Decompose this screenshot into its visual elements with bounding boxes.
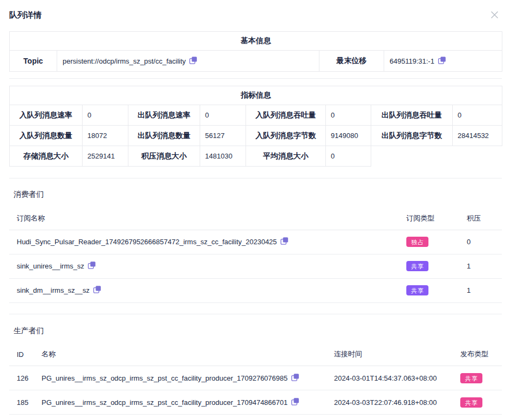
column-header-subscription-type: 订阅类型 (402, 207, 462, 230)
producer-name: PG_unires__irms_sz_odcp_irms_sz_pst_cc_f… (42, 374, 288, 382)
table-row: 185 PG_unires__irms_sz_odcp_irms_sz_pst_… (9, 390, 502, 415)
copy-icon[interactable] (189, 56, 197, 66)
metric-label: 积压消息大小 (128, 146, 200, 167)
metric-value: 18072 (83, 126, 128, 146)
table-row: Topic persistent://odcp/irms_sz_pst/cc_f… (10, 51, 502, 72)
status-badge: 共享 (406, 261, 428, 271)
metric-label: 出队列消息字节数 (371, 126, 453, 146)
basic-info-table: 基本信息 Topic persistent://odcp/irms_sz_pst… (9, 31, 502, 72)
copy-icon[interactable] (438, 56, 446, 66)
metric-value: 0 (83, 105, 128, 126)
copy-icon[interactable] (291, 373, 299, 383)
metric-label: 入队列消息速率 (10, 105, 83, 126)
producer-name: PG_unires__irms_sz_odcp_irms_sz_pst_cc_f… (42, 398, 288, 407)
connect-time: 2024-03-01T14:54:37.063+08:00 (329, 366, 456, 390)
metric-value: 0 (453, 105, 502, 126)
topic-value: persistent://odcp/irms_sz_pst/cc_facilit… (63, 57, 186, 65)
column-header-name: 名称 (35, 343, 329, 366)
metrics-header: 指标信息 (10, 86, 502, 105)
table-row: sink_unires__irms_sz 共享 1 (9, 254, 502, 278)
subscription-name: Hudi_Sync_Pulsar_Reader_1749267952666857… (17, 238, 277, 246)
table-row: Hudi_Sync_Pulsar_Reader_1749267952666857… (9, 230, 502, 254)
column-header-connect-time: 连接时间 (329, 343, 456, 366)
copy-icon[interactable] (291, 397, 299, 408)
metric-label: 出队列消息吞吐量 (371, 105, 453, 126)
divider (9, 314, 502, 314)
empty-cell (371, 146, 502, 167)
column-header-subscription-name: 订阅名称 (9, 207, 402, 230)
metric-value: 0 (200, 105, 246, 126)
status-badge: 共享 (460, 397, 482, 408)
metrics-table: 指标信息 入队列消息速率 0 出队列消息速率 0 入队列消息吞吐量 0 出队列消… (9, 86, 502, 167)
close-icon[interactable] (489, 9, 500, 20)
queue-detail-modal: 队列详情 基本信息 Topic persistent://odcp/irms_s… (0, 0, 511, 415)
metric-label: 入队列消息字节数 (246, 126, 326, 146)
status-badge: 共享 (460, 373, 482, 383)
metric-value: 1481030 (200, 146, 246, 167)
page-title: 队列详情 (9, 11, 502, 19)
copy-icon[interactable] (87, 261, 96, 271)
backlog-value: 1 (462, 254, 502, 278)
producer-id: 126 (9, 366, 35, 390)
subscription-name: sink_unires__irms_sz (17, 262, 84, 270)
column-header-publish-type: 发布类型 (456, 343, 502, 366)
last-offset-value: 6495119:31:-1 (390, 57, 434, 65)
metric-label: 平均消息大小 (246, 146, 326, 167)
topic-label: Topic (10, 51, 57, 72)
producers-table: ID 名称 连接时间 发布类型 126 PG_unires__irms_sz_o… (9, 343, 502, 415)
producer-id: 185 (9, 390, 35, 415)
status-badge: 独占 (406, 237, 428, 247)
copy-icon[interactable] (93, 285, 101, 295)
table-row: sink_dm__irms_sz__sz 共享 1 (9, 278, 502, 302)
metric-label: 出队列消息速率 (128, 105, 200, 126)
backlog-value: 0 (462, 230, 502, 254)
metric-label: 入队列消息数量 (10, 126, 83, 146)
subscription-name: sink_dm__irms_sz__sz (17, 286, 90, 294)
metric-value: 0 (326, 146, 371, 167)
last-offset-label: 最末位移 (319, 51, 384, 72)
copy-icon[interactable] (280, 237, 289, 247)
metric-value: 2529141 (83, 146, 128, 167)
table-row: 存储消息大小 2529141 积压消息大小 1481030 平均消息大小 0 (10, 146, 502, 167)
metric-label: 入队列消息吞吐量 (246, 105, 326, 126)
connect-time: 2024-03-03T22:07:46.918+08:00 (329, 390, 456, 415)
divider (9, 78, 502, 79)
basic-info-header: 基本信息 (10, 32, 502, 51)
metric-value: 56127 (200, 126, 246, 146)
consumers-section-title: 消费者们 (9, 189, 502, 199)
table-row: 入队列消息速率 0 出队列消息速率 0 入队列消息吞吐量 0 出队列消息吞吐量 … (10, 105, 502, 126)
divider (9, 178, 502, 178)
table-row: 126 PG_unires__irms_sz_odcp_irms_sz_pst_… (9, 366, 502, 390)
metric-value: 28414532 (453, 126, 502, 146)
column-header-id: ID (9, 343, 35, 366)
metric-label: 出队列消息数量 (128, 126, 200, 146)
metric-value: 9149080 (326, 126, 371, 146)
status-badge: 共享 (406, 285, 428, 295)
column-header-backlog: 积压 (462, 207, 502, 230)
producers-section-title: 生产者们 (9, 326, 502, 335)
metric-label: 存储消息大小 (10, 146, 83, 167)
backlog-value: 1 (462, 278, 502, 302)
table-row: 入队列消息数量 18072 出队列消息数量 56127 入队列消息字节数 914… (10, 126, 502, 146)
consumers-table: 订阅名称 订阅类型 积压 Hudi_Sync_Pulsar_Reader_174… (9, 207, 502, 303)
metric-value: 0 (326, 105, 371, 126)
